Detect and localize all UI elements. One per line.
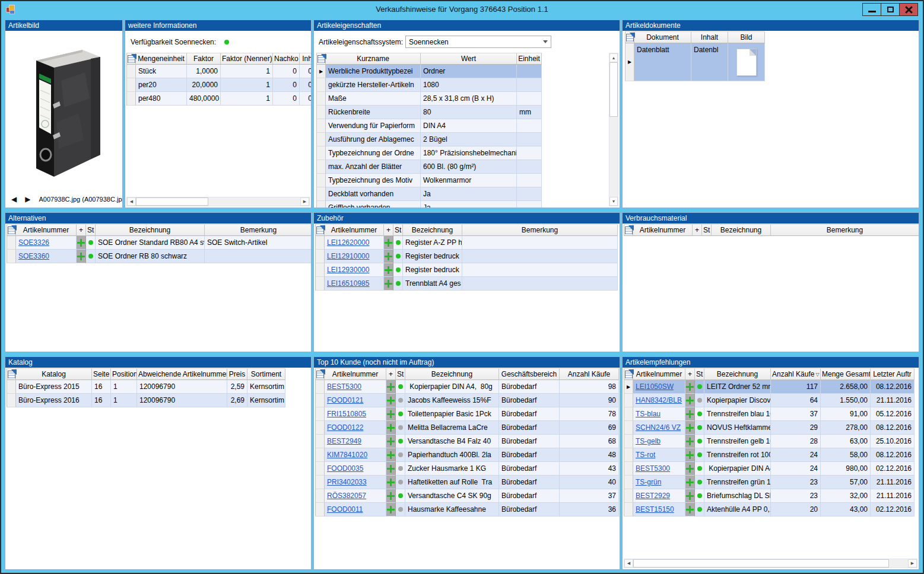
column-header[interactable]: Mengeneinheit xyxy=(136,53,187,65)
table-row[interactable]: FRI1510805Toilettenpapier Basic 1PckBüro… xyxy=(315,407,619,421)
table-row[interactable]: SOE3360SOE Ordner RB 80 schwarz xyxy=(7,250,312,263)
article-link[interactable]: SOE3326 xyxy=(18,238,49,247)
column-header[interactable]: Dokument xyxy=(634,31,691,43)
add-article-button[interactable] xyxy=(386,489,396,503)
column-header[interactable]: St xyxy=(396,368,405,380)
table-row[interactable]: FOOD0121Jacobs Kaffeeweiss 15%FBürobedar… xyxy=(315,394,619,407)
scrollbar-track[interactable] xyxy=(609,62,618,197)
column-header[interactable]: Bezeichnung xyxy=(405,368,499,380)
scroll-down-arrow[interactable]: ▼ xyxy=(609,197,618,206)
column-header[interactable]: Letzter Auftr xyxy=(871,368,915,380)
table-row[interactable]: TS-grünTrennstreifen grün 102357,0021.11… xyxy=(624,476,915,489)
table-row[interactable]: KIM7841020Papierhandtuch 400Bl. 2laBürob… xyxy=(315,448,619,462)
table-row[interactable]: LEI12910000Register bedruck xyxy=(315,250,618,263)
scroll-right-arrow[interactable]: ▶ xyxy=(908,559,917,567)
column-header[interactable]: St xyxy=(86,224,96,236)
close-button[interactable] xyxy=(899,3,918,16)
column-header[interactable]: Geschäftsbereich xyxy=(499,368,560,380)
table-row[interactable]: Stück1,0000100 xyxy=(126,65,312,78)
table-row[interactable]: Ausführung der Ablagemec2 Bügel xyxy=(316,133,542,146)
article-link[interactable]: FOOD0121 xyxy=(327,396,363,404)
column-header[interactable]: Anzahl Käufe xyxy=(560,368,619,380)
table-row[interactable]: Büro-Express 20151611200967902,59Kernsor… xyxy=(7,380,285,394)
column-header[interactable]: Artikelnummer xyxy=(325,224,384,236)
grid-customize-button[interactable] xyxy=(126,53,136,65)
scroll-left-arrow[interactable]: ◀ xyxy=(624,559,633,567)
column-header[interactable]: Bemerkung xyxy=(462,224,618,236)
scrollbar-track[interactable] xyxy=(136,197,300,206)
grid-customize-button[interactable] xyxy=(7,368,16,380)
column-header[interactable]: Abweichende Artikelnummer xyxy=(137,368,227,380)
table-row[interactable]: max. Anzahl der Blätter600 Bl. (80 g/m²) xyxy=(316,160,542,174)
table-row[interactable]: LEI12930000Register bedruck xyxy=(315,263,618,277)
article-link[interactable]: BEST2949 xyxy=(327,437,361,445)
table-row[interactable]: Verwendung für PapierformDIN A4 xyxy=(316,119,542,133)
article-link[interactable]: SCHN24/6 VZ xyxy=(636,423,681,432)
column-header[interactable]: Artikelnummer xyxy=(325,368,386,380)
add-article-button[interactable] xyxy=(685,435,695,448)
article-link[interactable]: LEI1050SW xyxy=(636,382,674,391)
table-row[interactable]: per2020,0000100 xyxy=(126,78,312,92)
scroll-right-arrow[interactable]: ▶ xyxy=(300,197,309,206)
add-article-button[interactable] xyxy=(77,236,86,250)
table-row[interactable]: Typbezeichnung des MotivWolkenmarmor xyxy=(316,174,542,187)
add-article-button[interactable] xyxy=(386,407,396,421)
column-header[interactable]: + xyxy=(384,224,393,236)
add-article-button[interactable] xyxy=(386,380,396,394)
table-row[interactable]: TS-blauTrennstreifen blau 103791,0005.12… xyxy=(624,407,915,421)
document-thumbnail-icon[interactable] xyxy=(736,49,757,76)
article-link[interactable]: RÖS382057 xyxy=(327,492,366,500)
add-article-button[interactable] xyxy=(386,503,396,516)
article-link[interactable]: FOOD0122 xyxy=(327,423,363,432)
article-link[interactable]: TS-blau xyxy=(636,410,661,418)
grid-customize-button[interactable] xyxy=(316,53,326,65)
column-header[interactable]: St xyxy=(695,368,704,380)
column-header[interactable]: Inhalt xyxy=(691,31,728,43)
article-link[interactable]: TS-grün xyxy=(636,478,661,486)
article-link[interactable]: HAN8342/BLB xyxy=(636,396,682,404)
add-article-button[interactable] xyxy=(386,462,396,476)
table-row[interactable]: BEST5300 Kopierpapier DIN A4,24980,0002.… xyxy=(624,462,915,476)
table-row[interactable]: FOOD0122Melitta Bellacrema LaCreBürobeda… xyxy=(315,421,619,435)
column-header[interactable]: Bezeichnung xyxy=(704,368,771,380)
column-header[interactable]: Artikelnummer xyxy=(633,368,685,380)
add-article-button[interactable] xyxy=(386,421,396,435)
scrollbar-track[interactable] xyxy=(633,559,908,567)
add-article-button[interactable] xyxy=(384,263,393,277)
minimize-button[interactable] xyxy=(862,3,881,16)
table-row[interactable]: BEST2949Versandtasche B4 Falz 40Bürobeda… xyxy=(315,435,619,448)
column-header[interactable]: Bezeichnung xyxy=(403,224,462,236)
table-row[interactable]: BEST5300 Kopierpapier DIN A4, 80gBürobed… xyxy=(315,380,619,394)
article-link[interactable]: FRI1510805 xyxy=(327,410,366,418)
column-header[interactable]: Inh xyxy=(300,53,312,65)
grid-customize-button[interactable] xyxy=(315,224,325,236)
table-row[interactable]: LEI16510985Trennblatt A4 ges xyxy=(315,277,618,291)
grid-customize-button[interactable] xyxy=(7,224,16,236)
add-article-button[interactable] xyxy=(685,462,695,476)
table-row[interactable]: TS-gelbTrennstreifen gelb 102863,0025.10… xyxy=(624,435,915,448)
add-article-button[interactable] xyxy=(685,407,695,421)
article-link[interactable]: KIM7841020 xyxy=(327,451,367,459)
grid-customize-button[interactable] xyxy=(315,368,325,380)
table-row[interactable]: BEST15150Aktenhülle A4 PP 0,12043,0002.1… xyxy=(624,503,915,516)
column-header[interactable]: Einheit xyxy=(517,53,542,65)
scroll-up-arrow[interactable]: ▲ xyxy=(609,53,618,62)
table-row[interactable]: FOOD0035Zucker Hausmarke 1 KGBürobedarf4… xyxy=(315,462,619,476)
grid-customize-button[interactable] xyxy=(624,224,633,236)
article-link[interactable]: BEST5300 xyxy=(327,382,361,391)
table-row[interactable]: Griffloch vorhandenJa xyxy=(316,201,542,208)
table-row[interactable]: ▶DatenblattDatenbl xyxy=(625,43,765,81)
column-header[interactable]: Kurzname xyxy=(326,53,421,65)
horizontal-scrollbar[interactable]: ◀ ▶ xyxy=(624,559,917,568)
add-article-button[interactable] xyxy=(384,277,393,291)
add-article-button[interactable] xyxy=(386,394,396,407)
column-header[interactable]: Sortiment xyxy=(247,368,285,380)
prev-image-button[interactable]: ◀ xyxy=(11,195,17,203)
scrollbar-thumb[interactable] xyxy=(136,197,208,206)
column-header[interactable]: Menge Gesamt xyxy=(821,368,871,380)
scrollbar-thumb[interactable] xyxy=(609,62,618,117)
add-article-button[interactable] xyxy=(685,448,695,462)
column-header[interactable]: Faktor (Nenner) xyxy=(221,53,273,65)
grid-customize-button[interactable] xyxy=(624,368,633,380)
article-link[interactable]: LEI16510985 xyxy=(327,279,369,288)
